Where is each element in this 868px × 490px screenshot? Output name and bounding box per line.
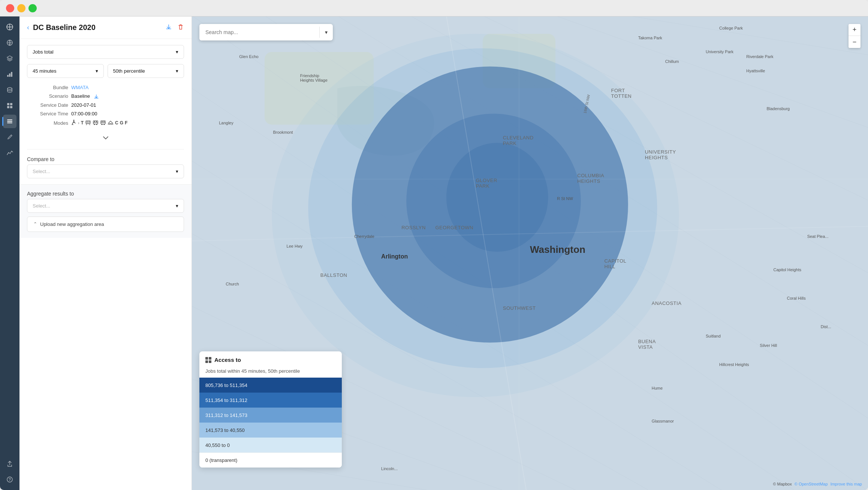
bundle-label: Bundle [27,85,68,90]
time-percentile-row: 45 minutes ▾ 50th percentile ▾ [27,64,184,78]
walk-icon [71,120,76,127]
svg-rect-2 [7,75,9,77]
scenario-download-icon[interactable] [94,93,99,99]
scenario-row: Scenario Baseline [27,93,184,99]
bus-icon-2 [100,120,106,126]
time-dropdown-chevron: ▾ [96,68,98,74]
time-dropdown-value: 45 minutes [33,68,57,74]
svg-point-28 [104,124,105,125]
legend-item-1: 805,736 to 511,354 [199,378,342,393]
svg-rect-7 [10,103,12,105]
funicular-f-icon: F [125,120,127,125]
ferry-icon [108,120,114,126]
svg-rect-17 [87,121,88,122]
metric-dropdown-value: Jobs total [33,49,54,55]
map-container[interactable]: Takoma Park College Park University Park… [192,16,868,490]
sidebar-item-grid[interactable] [3,99,16,112]
bundle-value[interactable]: WMATA [71,85,88,90]
svg-rect-30 [102,121,103,122]
svg-point-21 [94,124,95,125]
svg-point-22 [96,124,97,125]
svg-rect-25 [96,121,97,122]
service-date-label: Service Date [27,102,68,108]
legend-item-2: 511,354 to 311,312 [199,393,342,408]
zoom-in-button[interactable]: + [849,24,861,36]
modes-icons: › T [71,120,127,127]
svg-rect-6 [7,103,9,105]
panel-header: ‹ DC Baseline 2020 [19,16,192,39]
svg-rect-9 [10,106,12,108]
metric-dropdown[interactable]: Jobs total ▾ [27,45,184,59]
legend-title: Access to [214,357,241,363]
cable-c-icon: C [115,120,118,125]
aggregate-dropdown[interactable]: Select... ▾ [27,199,184,213]
svg-point-27 [102,124,103,125]
service-date-row: Service Date 2020-07-01 [27,102,184,108]
service-date-value: 2020-07-01 [71,102,96,108]
map-search-bar: ▾ [199,24,333,40]
sidebar-item-globe[interactable] [3,36,16,49]
sidebar-item-edit[interactable] [3,130,16,144]
delete-button[interactable] [177,24,184,32]
minimize-button[interactable] [17,4,25,12]
sidebar-item-list[interactable] [3,115,16,128]
close-button[interactable] [6,4,14,12]
metric-dropdown-chevron: ▾ [176,49,178,55]
percentile-dropdown-value: 50th percentile [113,68,145,74]
svg-point-15 [73,120,75,121]
osm-link[interactable]: © OpenStreetMap [795,482,828,486]
side-panel: ‹ DC Baseline 2020 Jobs [19,16,192,490]
percentile-dropdown[interactable]: 50th percentile ▾ [108,64,184,78]
compare-chevron: ▾ [176,169,178,174]
service-time-row: Service Time 07:00-09:00 [27,111,184,117]
sidebar-item-help[interactable]: ? [3,473,16,486]
legend-item-3: 311,312 to 141,573 [199,408,342,423]
aggregate-label: Aggregate results to [27,191,184,197]
sidebar-item-analytics[interactable] [3,146,16,160]
expand-button[interactable] [27,133,184,142]
back-button[interactable]: ‹ [27,24,29,31]
percentile-dropdown-chevron: ▾ [176,68,178,74]
time-dropdown[interactable]: 45 minutes ▾ [27,64,104,78]
bus-icon-1 [93,120,99,126]
legend-item-4: 141,573 to 40,550 [199,423,342,438]
sidebar-item-logo[interactable] [3,20,16,34]
search-input[interactable] [199,24,319,40]
upload-chevron-icon: ⌃ [33,221,37,227]
download-button[interactable] [165,24,172,32]
legend-items: 805,736 to 511,354 511,354 to 311,312 31… [199,378,342,468]
svg-rect-16 [86,121,90,124]
svg-rect-3 [9,73,10,77]
improve-map-link[interactable]: Improve this map [831,482,862,486]
gondola-g-icon: G [120,120,123,125]
service-time-value: 07:00-09:00 [71,111,97,117]
app-window: ? ‹ DC Baseline 2020 [0,0,868,490]
maximize-button[interactable] [28,4,37,12]
panel-body: Jobs total ▾ 45 minutes ▾ 50th percentil… [19,39,192,184]
modes-label: Modes [27,120,68,126]
scenario-label: Scenario [27,93,68,99]
modes-row: Modes › T [27,120,184,127]
search-dropdown-button[interactable]: ▾ [320,29,333,35]
legend-item-6: 0 (transparent) [199,453,342,468]
aggregate-placeholder: Select... [33,203,50,209]
compare-placeholder: Select... [33,169,50,174]
svg-rect-31 [103,121,105,122]
svg-rect-24 [94,121,95,122]
legend-header: Access to [199,351,342,368]
svg-point-39 [272,34,679,397]
sidebar-item-database[interactable] [3,83,16,97]
aggregate-section: Aggregate results to Select... ▾ ⌃ Uploa… [19,184,192,238]
service-time-label: Service Time [27,111,68,117]
map-attribution: © Mapbox © OpenStreetMap Improve this ma… [773,482,862,486]
sidebar-item-layers[interactable] [3,52,16,65]
panel-title: DC Baseline 2020 [33,23,160,32]
train-icon [85,120,91,126]
sidebar-item-chart[interactable] [3,67,16,81]
upload-button[interactable]: ⌃ Upload new aggregation area [27,217,184,232]
compare-dropdown[interactable]: Select... ▾ [27,164,184,178]
zoom-controls: + − [849,24,861,48]
sidebar-item-export[interactable] [3,457,16,471]
zoom-out-button[interactable]: − [849,36,861,48]
info-grid: Bundle WMATA Scenario Baseline [27,83,184,128]
